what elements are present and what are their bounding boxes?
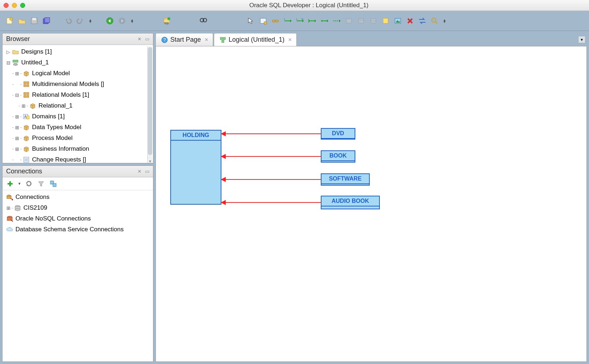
- toolbar-dropdown-3[interactable]: ▲▼: [442, 19, 447, 23]
- relation-4-button[interactable]: [320, 16, 329, 26]
- expander-icon[interactable]: ⊞: [5, 205, 11, 211]
- svg-rect-40: [27, 92, 29, 95]
- box-3-button[interactable]: [369, 16, 378, 26]
- scroll-thumb[interactable]: [148, 47, 152, 155]
- expander-icon[interactable]: ⊞: [14, 114, 20, 119]
- connection-item[interactable]: Connections: [3, 192, 153, 203]
- relation-5-button[interactable]: [332, 16, 341, 26]
- tree-item-label: Business Information: [32, 145, 89, 153]
- save-all-button[interactable]: [42, 16, 51, 26]
- panel-close-button[interactable]: ✕: [138, 36, 141, 42]
- tree-item[interactable]: ···⊞···Data Types Model: [3, 122, 153, 133]
- save-button[interactable]: [30, 16, 39, 26]
- toolbar-dropdown-1[interactable]: ▲▼: [88, 19, 93, 23]
- expander-icon[interactable]: ⊞: [14, 70, 20, 76]
- delete-button[interactable]: [405, 16, 415, 26]
- expander-icon[interactable]: ⊞: [14, 135, 20, 141]
- relation-1-button[interactable]: 1: [283, 16, 292, 26]
- svg-rect-64: [222, 40, 224, 42]
- link-tool-button[interactable]: [271, 16, 280, 26]
- entity-holding[interactable]: HOLDING: [170, 130, 221, 205]
- svg-text:SQL: SQL: [164, 22, 169, 25]
- tree-item[interactable]: ▷Designs [1]: [3, 46, 153, 57]
- panel-minimize-button[interactable]: ▭: [145, 169, 149, 174]
- open-folder-button[interactable]: [17, 16, 27, 26]
- tree-item[interactable]: ···⊞···Business Information: [3, 144, 153, 154]
- note-button[interactable]: [381, 16, 390, 26]
- connection-item[interactable]: ⊞···CIS2109: [3, 203, 153, 213]
- tree-item[interactable]: ···⊞···ADomains [1]: [3, 111, 153, 122]
- browser-tree: ▷Designs [1]⊟Untitled_1···⊞···Logical Mo…: [3, 45, 153, 163]
- entity-dvd[interactable]: DVD: [321, 128, 355, 140]
- diagram-canvas[interactable]: HOLDING DVDBOOKSOFTWAREAUDIO BOOK: [156, 46, 587, 362]
- forward-button[interactable]: [117, 16, 127, 26]
- expander-icon[interactable]: ⊟: [5, 60, 11, 65]
- scroll-down-icon[interactable]: ▼: [148, 159, 153, 163]
- tree-item[interactable]: ······Change Requests []: [3, 154, 153, 163]
- expander-icon[interactable]: ⊟: [14, 92, 20, 98]
- expander-icon[interactable]: ⊞: [14, 146, 20, 152]
- refresh-connections-button[interactable]: [24, 179, 33, 188]
- entity-audio-book[interactable]: AUDIO BOOK: [321, 196, 380, 209]
- image-button[interactable]: [393, 16, 403, 26]
- close-window-button[interactable]: [4, 3, 9, 8]
- tab-overflow-button[interactable]: ▼: [578, 36, 585, 43]
- new-file-button[interactable]: [5, 16, 14, 26]
- close-icon[interactable]: ✕: [288, 37, 292, 42]
- undo-button[interactable]: [63, 16, 73, 26]
- tab-start-page[interactable]: ? Start Page ✕: [156, 33, 213, 46]
- expander-icon[interactable]: [14, 157, 20, 163]
- scrollbar[interactable]: ▲ ▼: [147, 46, 152, 163]
- expander-icon[interactable]: [14, 81, 20, 87]
- entity-book[interactable]: BOOK: [321, 150, 355, 163]
- tree-item[interactable]: ···⊞···Logical Model: [3, 68, 153, 79]
- back-button[interactable]: [105, 16, 114, 26]
- zoom-button[interactable]: +: [430, 16, 439, 26]
- connection-item[interactable]: Oracle NoSQL Connections: [3, 213, 153, 224]
- dropdown-icon[interactable]: ▼: [18, 182, 21, 186]
- pointer-tool-button[interactable]: [246, 16, 256, 26]
- find-button[interactable]: [199, 16, 208, 26]
- collapse-connections-button[interactable]: [49, 179, 58, 188]
- zoom-window-button[interactable]: [20, 3, 25, 8]
- entity-software[interactable]: SOFTWARE: [321, 173, 370, 186]
- expander-icon[interactable]: ⊞: [21, 103, 26, 109]
- toolbar-dropdown-2[interactable]: ▲▼: [130, 19, 135, 23]
- browser-panel-header: Browser ✕ ▭: [3, 33, 153, 45]
- svg-rect-37: [24, 85, 26, 87]
- tree-item[interactable]: ···⊞···Process Model: [3, 133, 153, 144]
- view-props-button[interactable]: [258, 16, 268, 26]
- panel-minimize-button[interactable]: ▭: [145, 36, 149, 42]
- relationship-line[interactable]: [221, 133, 321, 134]
- list-icon: [23, 156, 30, 163]
- expander-icon[interactable]: ⊞: [14, 124, 20, 130]
- svg-rect-39: [24, 92, 26, 95]
- relationship-line[interactable]: [221, 202, 321, 203]
- tree-item[interactable]: ⊟Untitled_1: [3, 57, 153, 68]
- connection-label: CIS2109: [23, 204, 47, 211]
- svg-rect-22: [346, 19, 351, 23]
- add-connection-button[interactable]: [5, 179, 15, 188]
- filter-connections-button[interactable]: [36, 179, 46, 188]
- relation-2-button[interactable]: 1N: [295, 16, 305, 26]
- tab-logical[interactable]: Logical (Untitled_1) ✕: [214, 33, 297, 46]
- close-icon[interactable]: ✕: [204, 37, 208, 42]
- cube-icon: [29, 102, 36, 109]
- relationship-line[interactable]: [221, 156, 321, 157]
- box-2-button[interactable]: [356, 16, 366, 26]
- svg-rect-54: [12, 199, 13, 200]
- sql-run-button[interactable]: SQL: [162, 16, 171, 26]
- connections-toolbar: ▼: [3, 177, 153, 190]
- minimize-window-button[interactable]: [12, 3, 17, 8]
- expander-icon[interactable]: ▷: [5, 49, 11, 55]
- tree-item[interactable]: ···⊞··· Relational_1: [3, 100, 153, 111]
- tree-item[interactable]: ···⊟···Relational Models [1]: [3, 90, 153, 100]
- sync-button[interactable]: [418, 16, 427, 26]
- relationship-line[interactable]: [221, 179, 321, 180]
- box-1-button[interactable]: [344, 16, 354, 26]
- panel-close-button[interactable]: ✕: [138, 169, 141, 174]
- connection-item[interactable]: Database Schema Service Connections: [3, 224, 153, 235]
- relation-3-button[interactable]: [307, 16, 317, 26]
- tree-item[interactable]: ······Multidimensional Models []: [3, 79, 153, 90]
- redo-button[interactable]: [76, 16, 85, 26]
